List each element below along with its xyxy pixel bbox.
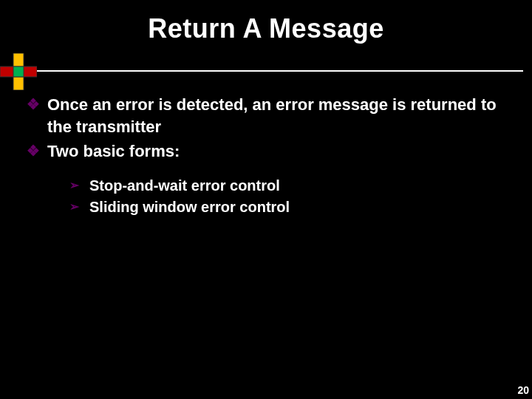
sub-bullet-item: ➢ Sliding window error control <box>69 197 505 217</box>
sub-list: ➢ Stop-and-wait error control ➢ Sliding … <box>27 166 505 217</box>
arrow-bullet-icon: ➢ <box>69 176 79 195</box>
logo-icon <box>0 53 37 90</box>
diamond-bullet-icon: ❖ <box>27 140 40 161</box>
slide-title: Return A Message <box>9 0 523 44</box>
title-bar: Return A Message <box>9 0 523 72</box>
sub-bullet-item: ➢ Stop-and-wait error control <box>69 176 505 196</box>
bullet-text: Once an error is detected, an error mess… <box>47 94 505 137</box>
svg-rect-2 <box>13 66 24 77</box>
bullet-text: Two basic forms: <box>47 140 505 163</box>
sub-bullet-text: Sliding window error control <box>89 197 290 217</box>
bullet-item: ❖ Two basic forms: <box>27 140 505 163</box>
diamond-bullet-icon: ❖ <box>27 94 40 115</box>
sub-bullet-text: Stop-and-wait error control <box>89 176 280 196</box>
arrow-bullet-icon: ➢ <box>69 197 79 216</box>
bullet-item: ❖ Once an error is detected, an error me… <box>27 94 505 137</box>
page-number: 20 <box>517 384 529 396</box>
content-area: ❖ Once an error is detected, an error me… <box>0 72 532 217</box>
